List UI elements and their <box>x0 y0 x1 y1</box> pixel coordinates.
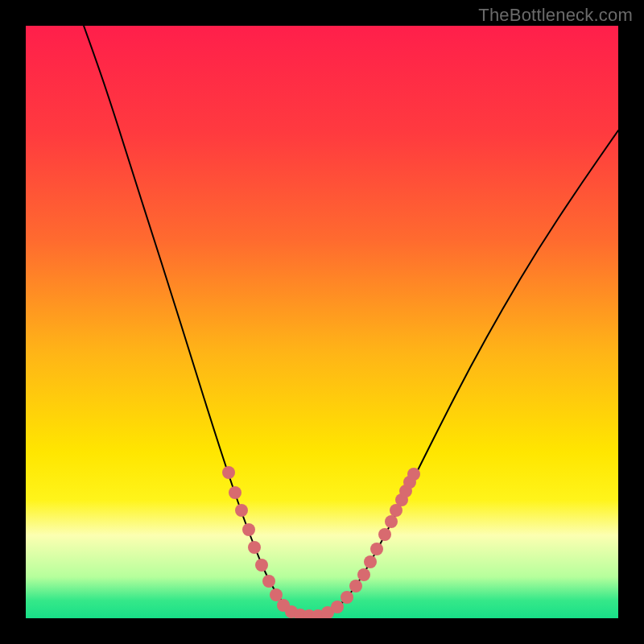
curve-marker <box>357 568 370 581</box>
curve-marker <box>331 601 344 613</box>
plot-area <box>26 26 618 618</box>
curve-marker <box>341 591 353 604</box>
watermark-text: TheBottleneck.com <box>478 5 633 26</box>
curve-marker <box>378 528 391 541</box>
curve-marker <box>407 468 420 481</box>
curve-marker <box>242 523 255 536</box>
curve-marker <box>385 515 398 528</box>
curve-marker <box>349 580 362 592</box>
curve-marker <box>262 575 275 588</box>
curve-marker <box>370 543 383 555</box>
curve-marker <box>229 486 242 499</box>
curve-marker <box>364 555 377 568</box>
chart-svg <box>26 26 618 618</box>
chart-frame: TheBottleneck.com <box>0 0 644 644</box>
curve-marker <box>255 559 268 572</box>
curve-marker <box>270 588 283 601</box>
curve-marker <box>222 466 235 479</box>
curve-marker <box>248 541 261 554</box>
curve-marker <box>235 504 248 517</box>
